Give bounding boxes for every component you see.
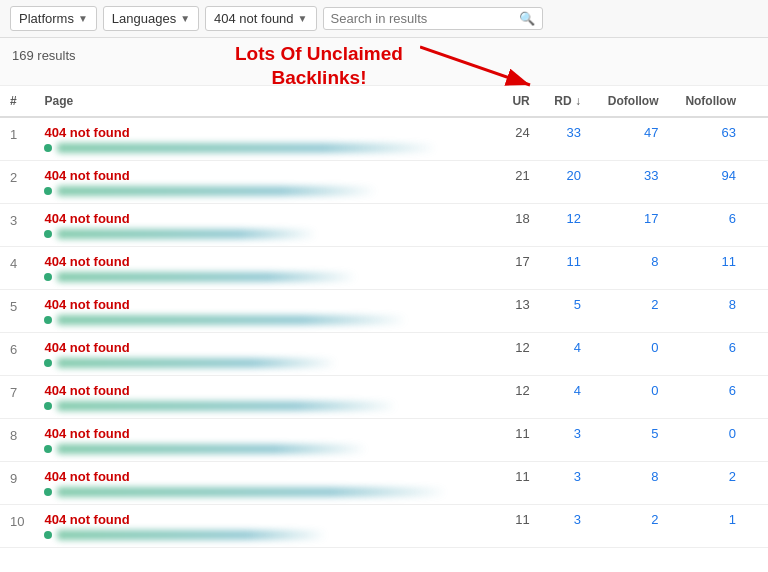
- row-rd[interactable]: 11: [540, 247, 591, 290]
- page-title: 404 not found: [44, 125, 488, 140]
- row-nofollow[interactable]: 6: [668, 376, 746, 419]
- row-dofollow[interactable]: 8: [591, 462, 669, 505]
- results-count: 169 results: [12, 48, 76, 63]
- row-ur: 24: [499, 117, 540, 161]
- row-dofollow[interactable]: 0: [591, 376, 669, 419]
- row-rd[interactable]: 5: [540, 290, 591, 333]
- page-title: 404 not found: [44, 297, 488, 312]
- row-num: 4: [0, 247, 34, 290]
- row-num: 8: [0, 419, 34, 462]
- table-row: 4 404 not found 17 11 8 11: [0, 247, 768, 290]
- search-input[interactable]: [331, 11, 514, 26]
- table-body: 1 404 not found 24 33 47 63 2 404 not fo…: [0, 117, 768, 548]
- row-page: 404 not found: [34, 204, 498, 247]
- row-num: 9: [0, 462, 34, 505]
- row-ur: 17: [499, 247, 540, 290]
- table-row: 5 404 not found 13 5 2 8: [0, 290, 768, 333]
- annotation-arrow: [420, 37, 550, 92]
- row-ur: 11: [499, 419, 540, 462]
- page-title: 404 not found: [44, 254, 488, 269]
- row-rd[interactable]: 3: [540, 462, 591, 505]
- table-row: 3 404 not found 18 12 17 6: [0, 204, 768, 247]
- filter-dropdown[interactable]: 404 not found ▼: [205, 6, 316, 31]
- row-num: 5: [0, 290, 34, 333]
- filter-label: 404 not found: [214, 11, 294, 26]
- row-page: 404 not found: [34, 505, 498, 548]
- row-extra: [746, 376, 768, 419]
- row-extra: [746, 161, 768, 204]
- row-ur: 13: [499, 290, 540, 333]
- page-title: 404 not found: [44, 469, 488, 484]
- results-bar: 169 results Lots Of Unclaimed Backlinks!: [0, 38, 768, 86]
- row-rd[interactable]: 4: [540, 376, 591, 419]
- svg-line-1: [420, 47, 530, 85]
- page-title: 404 not found: [44, 340, 488, 355]
- row-ur: 21: [499, 161, 540, 204]
- annotation-line1: Lots Of Unclaimed: [235, 42, 403, 66]
- row-page: 404 not found: [34, 419, 498, 462]
- row-nofollow[interactable]: 6: [668, 204, 746, 247]
- row-dofollow[interactable]: 5: [591, 419, 669, 462]
- table-row: 8 404 not found 11 3 5 0: [0, 419, 768, 462]
- row-nofollow[interactable]: 8: [668, 290, 746, 333]
- row-num: 10: [0, 505, 34, 548]
- row-page: 404 not found: [34, 161, 498, 204]
- th-num: #: [0, 86, 34, 117]
- row-dofollow[interactable]: 47: [591, 117, 669, 161]
- row-page: 404 not found: [34, 290, 498, 333]
- row-dofollow[interactable]: 33: [591, 161, 669, 204]
- row-nofollow[interactable]: 11: [668, 247, 746, 290]
- row-extra: [746, 247, 768, 290]
- toolbar: Platforms ▼ Languages ▼ 404 not found ▼ …: [0, 0, 768, 38]
- row-extra: [746, 333, 768, 376]
- page-title: 404 not found: [44, 426, 488, 441]
- row-extra: [746, 204, 768, 247]
- row-num: 3: [0, 204, 34, 247]
- row-extra: [746, 117, 768, 161]
- search-icon: 🔍: [519, 11, 535, 26]
- row-nofollow[interactable]: 63: [668, 117, 746, 161]
- row-page: 404 not found: [34, 462, 498, 505]
- row-nofollow[interactable]: 2: [668, 462, 746, 505]
- th-dofollow: Dofollow: [591, 86, 669, 117]
- th-extra: [746, 86, 768, 117]
- row-nofollow[interactable]: 94: [668, 161, 746, 204]
- table-row: 9 404 not found 11 3 8 2: [0, 462, 768, 505]
- row-dofollow[interactable]: 2: [591, 505, 669, 548]
- row-rd[interactable]: 33: [540, 117, 591, 161]
- row-rd[interactable]: 3: [540, 419, 591, 462]
- row-dofollow[interactable]: 2: [591, 290, 669, 333]
- platforms-dropdown[interactable]: Platforms ▼: [10, 6, 97, 31]
- row-nofollow[interactable]: 0: [668, 419, 746, 462]
- row-rd[interactable]: 12: [540, 204, 591, 247]
- row-page: 404 not found: [34, 117, 498, 161]
- row-page: 404 not found: [34, 333, 498, 376]
- languages-dropdown[interactable]: Languages ▼: [103, 6, 199, 31]
- row-extra: [746, 462, 768, 505]
- table-row: 1 404 not found 24 33 47 63: [0, 117, 768, 161]
- platforms-caret-icon: ▼: [78, 13, 88, 24]
- row-dofollow[interactable]: 17: [591, 204, 669, 247]
- results-table: # Page UR RD ↓ Dofollow Nofollow 1 404 n…: [0, 86, 768, 548]
- row-ur: 11: [499, 505, 540, 548]
- languages-label: Languages: [112, 11, 176, 26]
- row-dofollow[interactable]: 0: [591, 333, 669, 376]
- row-num: 7: [0, 376, 34, 419]
- page-title: 404 not found: [44, 383, 488, 398]
- row-rd[interactable]: 4: [540, 333, 591, 376]
- page-title: 404 not found: [44, 211, 488, 226]
- row-rd[interactable]: 20: [540, 161, 591, 204]
- row-nofollow[interactable]: 1: [668, 505, 746, 548]
- row-num: 6: [0, 333, 34, 376]
- row-num: 1: [0, 117, 34, 161]
- row-ur: 12: [499, 376, 540, 419]
- languages-caret-icon: ▼: [180, 13, 190, 24]
- row-dofollow[interactable]: 8: [591, 247, 669, 290]
- row-extra: [746, 419, 768, 462]
- search-box: 🔍: [323, 7, 543, 30]
- row-rd[interactable]: 3: [540, 505, 591, 548]
- row-num: 2: [0, 161, 34, 204]
- row-nofollow[interactable]: 6: [668, 333, 746, 376]
- page-title: 404 not found: [44, 168, 488, 183]
- annotation-text: Lots Of Unclaimed Backlinks!: [235, 42, 403, 90]
